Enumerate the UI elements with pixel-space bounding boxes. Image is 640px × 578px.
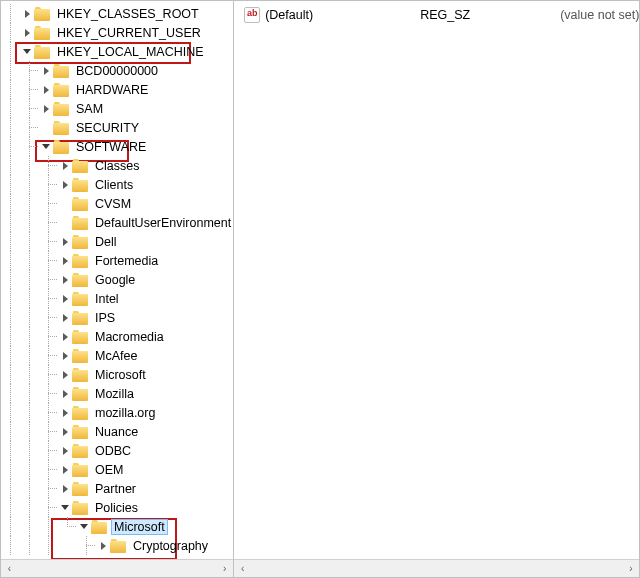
folder-icon — [72, 406, 88, 420]
tree-item-security[interactable]: SECURITY — [1, 118, 233, 137]
tree-item-odbc[interactable]: ODBC — [1, 441, 233, 460]
folder-icon — [72, 235, 88, 249]
tree-label: HKEY_CLASSES_ROOT — [55, 7, 201, 21]
expander-icon[interactable] — [58, 403, 72, 422]
folder-icon — [72, 216, 88, 230]
tree-item-partner[interactable]: Partner — [1, 479, 233, 498]
tree-item-oem[interactable]: OEM — [1, 460, 233, 479]
expander-icon[interactable] — [58, 327, 72, 346]
tree-label: IPS — [93, 311, 117, 325]
tree-item-hklm[interactable]: HKEY_LOCAL_MACHINE — [1, 42, 233, 61]
tree-item-clients[interactable]: Clients — [1, 175, 233, 194]
expander-icon[interactable] — [39, 61, 53, 80]
tree-label: DefaultUserEnvironment — [93, 216, 233, 230]
values-hscrollbar[interactable]: ‹ › — [234, 559, 639, 577]
tree-body[interactable]: HKEY_CLASSES_ROOT HKEY_CURRENT_USER HKEY… — [1, 1, 233, 559]
tree-item-fortemedia[interactable]: Fortemedia — [1, 251, 233, 270]
tree-item-hkcr[interactable]: HKEY_CLASSES_ROOT — [1, 4, 233, 23]
registry-tree: HKEY_CLASSES_ROOT HKEY_CURRENT_USER HKEY… — [1, 1, 233, 555]
scroll-left-icon[interactable]: ‹ — [1, 560, 18, 577]
folder-icon — [72, 368, 88, 382]
tree-item-microsoft[interactable]: Microsoft — [1, 365, 233, 384]
expander-icon[interactable] — [58, 308, 72, 327]
expander-icon[interactable] — [39, 137, 53, 156]
tree-label: SECURITY — [74, 121, 141, 135]
scroll-right-icon[interactable]: › — [622, 560, 639, 577]
expander-icon[interactable] — [58, 251, 72, 270]
scroll-track[interactable] — [18, 560, 216, 577]
expander-icon[interactable] — [58, 460, 72, 479]
tree-label: Partner — [93, 482, 138, 496]
folder-icon — [53, 102, 69, 116]
folder-icon — [72, 273, 88, 287]
tree-label: Classes — [93, 159, 141, 173]
expander-icon[interactable] — [58, 498, 72, 517]
tree-item-software[interactable]: SOFTWARE — [1, 137, 233, 156]
tree-label: HKEY_LOCAL_MACHINE — [55, 45, 206, 59]
expander-icon[interactable] — [58, 365, 72, 384]
tree-item-hardware[interactable]: HARDWARE — [1, 80, 233, 99]
expander-icon[interactable] — [39, 80, 53, 99]
tree-item-dell[interactable]: Dell — [1, 232, 233, 251]
scroll-track[interactable] — [251, 560, 622, 577]
tree-label: BCD00000000 — [74, 64, 160, 78]
tree-label: Fortemedia — [93, 254, 160, 268]
tree-label: Policies — [93, 501, 140, 515]
folder-icon — [34, 7, 50, 21]
expander-icon[interactable] — [20, 23, 34, 42]
tree-item-bcd[interactable]: BCD00000000 — [1, 61, 233, 80]
folder-icon — [72, 159, 88, 173]
folder-icon — [72, 254, 88, 268]
tree-item-hkcu[interactable]: HKEY_CURRENT_USER — [1, 23, 233, 42]
tree-label: Intel — [93, 292, 121, 306]
tree-item-mozilla[interactable]: Mozilla — [1, 384, 233, 403]
expander-icon[interactable] — [58, 346, 72, 365]
expander-icon[interactable] — [58, 289, 72, 308]
expander-icon[interactable] — [58, 479, 72, 498]
folder-icon — [34, 26, 50, 40]
expander-icon[interactable] — [39, 99, 53, 118]
values-body[interactable]: ab (Default) REG_SZ (value not set) — [234, 1, 639, 559]
expander-icon[interactable] — [58, 384, 72, 403]
registry-editor-panes: HKEY_CLASSES_ROOT HKEY_CURRENT_USER HKEY… — [0, 0, 640, 578]
tree-item-intel[interactable]: Intel — [1, 289, 233, 308]
folder-icon — [72, 197, 88, 211]
tree-label: CVSM — [93, 197, 133, 211]
expander-icon[interactable] — [58, 175, 72, 194]
expander-icon[interactable] — [58, 156, 72, 175]
expander-icon[interactable] — [58, 270, 72, 289]
tree-label: SAM — [74, 102, 105, 116]
tree-item-macromedia[interactable]: Macromedia — [1, 327, 233, 346]
expander-icon[interactable] — [58, 232, 72, 251]
tree-item-classes[interactable]: Classes — [1, 156, 233, 175]
tree-item-cryptography[interactable]: Cryptography — [1, 536, 233, 555]
expander-icon[interactable] — [58, 441, 72, 460]
folder-icon — [72, 501, 88, 515]
tree-item-nuance[interactable]: Nuance — [1, 422, 233, 441]
scroll-right-icon[interactable]: › — [216, 560, 233, 577]
value-type: REG_SZ — [420, 8, 560, 22]
tree-label: Macromedia — [93, 330, 166, 344]
tree-label: Microsoft — [93, 368, 148, 382]
expander-icon[interactable] — [96, 536, 110, 555]
tree-item-policies[interactable]: Policies — [1, 498, 233, 517]
expander-icon[interactable] — [58, 422, 72, 441]
expander-icon[interactable] — [20, 4, 34, 23]
tree-item-sam[interactable]: SAM — [1, 99, 233, 118]
tree-item-mcafee[interactable]: McAfee — [1, 346, 233, 365]
tree-item-ips[interactable]: IPS — [1, 308, 233, 327]
tree-item-mozillaorg[interactable]: mozilla.org — [1, 403, 233, 422]
value-row-default[interactable]: ab (Default) REG_SZ (value not set) — [234, 1, 639, 25]
tree-item-cvsm[interactable]: CVSM — [1, 194, 233, 213]
tree-label: McAfee — [93, 349, 139, 363]
tree-hscrollbar[interactable]: ‹ › — [1, 559, 233, 577]
expander-icon[interactable] — [77, 517, 91, 536]
expander-icon[interactable] — [20, 42, 34, 61]
scroll-left-icon[interactable]: ‹ — [234, 560, 251, 577]
tree-item-google[interactable]: Google — [1, 270, 233, 289]
folder-icon — [110, 539, 126, 553]
tree-item-due[interactable]: DefaultUserEnvironment — [1, 213, 233, 232]
folder-icon — [72, 425, 88, 439]
tree-item-policies-microsoft[interactable]: Microsoft — [1, 517, 233, 536]
values-pane: ab (Default) REG_SZ (value not set) ‹ › — [234, 1, 639, 577]
